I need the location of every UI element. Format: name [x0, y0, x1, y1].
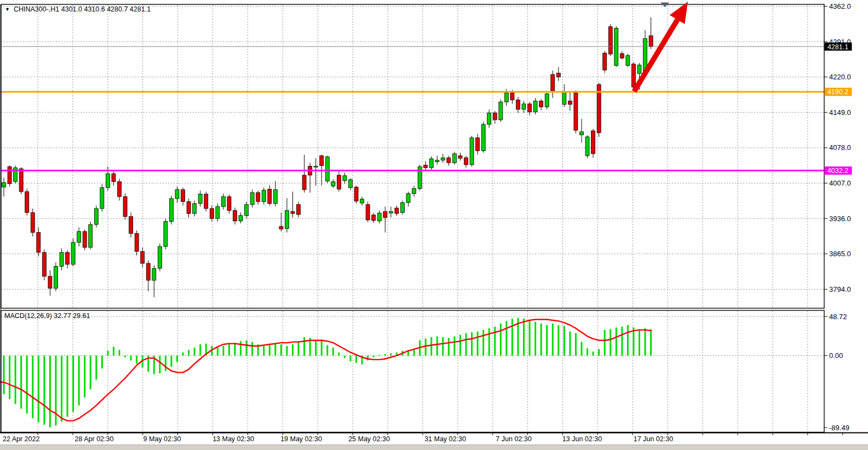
- candle-body: [447, 158, 451, 163]
- macd-histogram-bar: [425, 339, 427, 356]
- candle-body: [435, 160, 439, 162]
- macd-histogram-bar: [20, 356, 22, 409]
- macd-histogram-bar: [182, 353, 184, 356]
- macd-histogram-bar: [176, 356, 178, 362]
- candle-body: [94, 209, 98, 224]
- candle-body: [608, 27, 612, 54]
- candle-body: [510, 93, 514, 100]
- candle-body: [106, 174, 110, 187]
- candle-body: [504, 93, 508, 102]
- candle-body: [429, 159, 433, 168]
- macd-histogram-bar: [616, 327, 617, 355]
- candle-body: [297, 205, 301, 215]
- macd-histogram-bar: [511, 319, 513, 356]
- macd-histogram-bar: [55, 356, 56, 426]
- candle-body: [591, 131, 595, 154]
- candle-body: [614, 28, 618, 65]
- macd-histogram-bar: [587, 348, 588, 355]
- candle-body: [637, 65, 641, 73]
- candle-body: [620, 54, 624, 58]
- macd-histogram-bar: [500, 324, 502, 356]
- macd-histogram-bar: [552, 324, 554, 356]
- macd-histogram-bar: [621, 327, 623, 356]
- candle-body: [268, 189, 272, 203]
- candle-body: [8, 166, 12, 183]
- symbol-dropdown-icon[interactable]: ▼: [5, 7, 10, 12]
- macd-histogram-bar: [650, 329, 652, 355]
- candle-body: [400, 203, 404, 212]
- candle-body: [19, 169, 23, 192]
- candle-body: [158, 246, 162, 268]
- candle-body: [60, 252, 64, 266]
- macd-histogram-bar: [534, 322, 536, 356]
- macd-histogram-bar: [546, 325, 548, 356]
- candle-body: [169, 199, 173, 222]
- chart-svg: 4362.04291.04220.04149.04078.04007.03936…: [0, 0, 868, 450]
- macd-histogram-bar: [303, 337, 305, 356]
- macd-histogram-bar: [38, 356, 39, 423]
- price-axis[interactable]: [825, 4, 868, 432]
- candle-body: [250, 193, 254, 205]
- candle-body: [193, 204, 197, 214]
- candle-body: [42, 252, 46, 276]
- candle-body: [424, 165, 428, 168]
- candle-body: [164, 222, 168, 247]
- macd-histogram-bar: [604, 330, 606, 356]
- candle-body: [476, 138, 480, 151]
- macd-indicator: [0, 318, 652, 428]
- macd-histogram-bar: [90, 356, 91, 390]
- main-panel-border: [1, 4, 824, 308]
- macd-histogram-bar: [529, 320, 531, 356]
- candle-body: [302, 175, 306, 189]
- macd-histogram-bar: [222, 346, 224, 356]
- macd-histogram-bar: [488, 328, 490, 356]
- macd-histogram-bar: [477, 332, 479, 356]
- candle-body: [649, 36, 653, 47]
- candle-body: [273, 189, 277, 203]
- candle-body: [343, 176, 347, 181]
- macd-histogram-bar: [124, 356, 126, 357]
- time-axis[interactable]: [0, 433, 824, 445]
- macd-histogram-bar: [575, 333, 577, 355]
- macd-histogram-bar: [136, 356, 137, 364]
- candle-body: [377, 213, 381, 221]
- candle-body: [291, 211, 295, 214]
- macd-histogram-bar: [338, 353, 340, 356]
- candle-body: [245, 205, 249, 216]
- macd-histogram-bar: [465, 333, 467, 355]
- candle-body: [31, 212, 35, 232]
- candle-body: [360, 199, 364, 203]
- chart-canvas[interactable]: 4362.04291.04220.04149.04078.04007.03936…: [0, 0, 868, 450]
- macd-histogram-bar: [32, 356, 33, 419]
- macd-histogram-bar: [101, 356, 103, 369]
- candle-body: [603, 53, 607, 70]
- candle-body: [412, 189, 416, 194]
- trend-arrow-shaft[interactable]: [634, 20, 677, 91]
- window-bottom-strip: [0, 445, 868, 450]
- macd-histogram-bar: [15, 356, 16, 404]
- candle-body: [83, 232, 87, 247]
- horizontal-level-lines[interactable]: [1, 47, 824, 171]
- candle-body: [395, 208, 399, 214]
- candle-body: [118, 182, 122, 197]
- candle-body: [631, 64, 635, 87]
- macd-histogram-bar: [188, 350, 189, 355]
- candle-body: [458, 155, 462, 158]
- macd-histogram-bar: [390, 353, 392, 355]
- candle-body: [48, 276, 52, 289]
- macd-panel-border: [1, 310, 824, 432]
- macd-histogram-bar: [113, 347, 114, 355]
- macd-histogram-bar: [67, 356, 68, 417]
- macd-histogram-bar: [459, 334, 461, 355]
- macd-histogram-bar: [130, 356, 132, 361]
- macd-histogram-bar: [298, 341, 300, 355]
- trading-chart-window: 4362.04291.04220.04149.04078.04007.03936…: [0, 0, 868, 450]
- candle-body: [516, 100, 520, 109]
- candle-body: [314, 166, 318, 168]
- candle-body: [285, 211, 289, 229]
- candle-body: [452, 154, 456, 163]
- macd-histogram-bar: [645, 328, 646, 356]
- macd-histogram-bar: [78, 356, 80, 406]
- macd-histogram-bar: [471, 332, 473, 356]
- macd-histogram-bar: [72, 356, 74, 412]
